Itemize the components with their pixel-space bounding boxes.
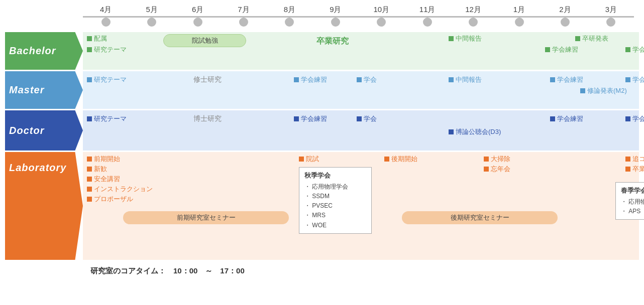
orange-icon (484, 167, 489, 172)
orange-icon (87, 167, 92, 172)
lab-item-osoji: 大掃除 (484, 155, 510, 164)
blue-icon (550, 77, 555, 82)
month-item: 2月 (542, 5, 588, 27)
master-item-chuukan: 中間報告 (449, 75, 482, 84)
bachelor-item-kenkyu: 研究テーマ (87, 45, 127, 54)
master-item-shushi: 修士研究 (193, 75, 222, 84)
master-item-kenkyu: 研究テーマ (87, 75, 127, 84)
dark-blue-icon (357, 116, 362, 121)
blue-icon (625, 77, 630, 82)
doctor-label: Doctor (5, 110, 83, 150)
dark-blue-icon (625, 116, 630, 121)
lab-item-koki: 後期開始 (384, 155, 417, 164)
dark-blue-icon (87, 116, 92, 121)
footer-text: 研究室のコアタイム： 10：00 ～ 17：00 (90, 266, 245, 275)
green-icon (625, 47, 630, 52)
dark-blue-icon (294, 116, 299, 121)
lab-content: 前期開始 新歓 安全講習 インストラクション プロポーザル (83, 152, 639, 260)
month-dot (147, 18, 156, 27)
doctor-item-kenkyu: 研究テーマ (87, 114, 127, 123)
month-item: 9月 (312, 5, 358, 27)
month-item: 3月 (588, 5, 634, 27)
green-icon (575, 36, 580, 41)
spring-conf-title: 春季学会 (621, 186, 644, 196)
month-item: 12月 (450, 5, 496, 27)
month-dot (515, 18, 524, 27)
lab-item-anzen: 安全講習 (87, 175, 120, 184)
bachelor-item-chuukan: 中間報告 (449, 34, 482, 43)
orange-icon (484, 157, 489, 162)
month-item: 8月 (267, 5, 312, 27)
month-dot (193, 18, 202, 27)
dark-blue-icon (449, 129, 454, 134)
lab-item-oikon: 追コン (625, 155, 644, 164)
doctor-item-gakkai2: 学会 (625, 114, 644, 123)
month-label: 4月 (100, 5, 112, 15)
bachelor-content: 配属 研究テーマ 院試勉強 卒業研究 中間報告 卒研発表 (83, 32, 639, 70)
month-label: 7月 (238, 5, 249, 15)
blue-icon (357, 77, 362, 82)
dark-blue-icon (550, 116, 555, 121)
lab-conf-autumn: 秋季学会 ・ 応用物理学会 ・ SSDM ・ PVSEC ・ MRS ・ WOE (299, 167, 372, 234)
master-row: Master 研究テーマ 修士研究 学会練習 学会 (5, 71, 639, 109)
month-dot (469, 18, 478, 27)
bachelor-label: Bachelor (5, 32, 83, 70)
month-markers: 4月5月6月7月8月9月10月11月12月1月2月3月 (83, 5, 634, 27)
lab-row: Laboratory 前期開始 新歓 安全講習 インストラクション (5, 152, 639, 260)
master-label: Master (5, 71, 83, 109)
doctor-item-gakkairen2: 学会練習 (550, 114, 583, 123)
bachelor-item-gakkai: 学会 (625, 45, 644, 54)
month-label: 9月 (330, 5, 341, 15)
green-icon (87, 36, 92, 41)
lab-item-sotsugyo: 卒業式 (625, 165, 644, 174)
lab-item-bounenkai: 忘年会 (484, 165, 510, 174)
bachelor-item-haizoku: 配属 (87, 34, 107, 43)
month-label: 8月 (284, 5, 295, 15)
month-item: 7月 (221, 5, 266, 27)
autumn-conf-item: ・ WOE (304, 221, 366, 230)
orange-icon (384, 157, 389, 162)
blue-icon (580, 88, 585, 93)
lab-conf-spring: 春季学会 ・ 応用物理学会 ・ APS (615, 182, 644, 220)
month-item: 10月 (359, 5, 404, 27)
lab-item-proposal: プロポーザル (87, 195, 133, 204)
doctor-item-hakuron: 博論公聴会(D3) (449, 127, 501, 136)
blue-icon (294, 77, 299, 82)
master-item-gakkai2: 学会 (625, 75, 644, 84)
autumn-conf-item: ・ PVSEC (304, 201, 366, 211)
month-label: 10月 (373, 5, 389, 15)
orange-icon (87, 157, 92, 162)
autumn-conf-item: ・ SSDM (304, 192, 366, 201)
spring-conf-item: ・ 応用物理学会 (621, 197, 644, 207)
master-item-gakkairen2: 学会練習 (550, 75, 583, 84)
month-label: 11月 (419, 5, 436, 15)
lab-label: Laboratory (5, 152, 83, 260)
orange-icon (299, 157, 304, 162)
month-dot (377, 18, 386, 27)
bachelor-banner-inshi: 院試勉強 (163, 34, 246, 47)
main-container: 4月5月6月7月8月9月10月11月12月1月2月3月 Bachelor 配属 … (0, 0, 644, 278)
month-dot (606, 18, 615, 27)
master-content: 研究テーマ 修士研究 学会練習 学会 中間報告 (83, 71, 639, 109)
orange-icon (625, 167, 630, 172)
month-item: 4月 (83, 5, 129, 27)
autumn-conf-item: ・ 応用物理学会 (304, 182, 366, 192)
lab-banner-koki-seminar: 後期研究室セミナー (402, 211, 558, 224)
lab-banner-zenki-seminar: 前期研究室セミナー (123, 211, 289, 224)
bachelor-row: Bachelor 配属 研究テーマ 院試勉強 卒業研究 中間報告 (5, 32, 639, 70)
green-icon (545, 47, 550, 52)
month-label: 5月 (146, 5, 157, 15)
doctor-item-gakkairen: 学会練習 (294, 114, 327, 123)
bachelor-item-sotsuhatsu: 卒研発表 (575, 34, 608, 43)
doctor-item-hakushi: 博士研究 (193, 114, 222, 123)
master-item-gakkairen: 学会練習 (294, 75, 327, 84)
orange-icon (87, 187, 92, 192)
green-icon (449, 36, 454, 41)
orange-icon (625, 157, 630, 162)
master-item-gakkai1: 学会 (357, 75, 377, 84)
lab-item-inshi: 院試 (299, 155, 319, 164)
green-icon (87, 47, 92, 52)
month-label: 12月 (465, 5, 481, 15)
doctor-item-gakkai1: 学会 (357, 114, 377, 123)
lab-item-instruction: インストラクション (87, 185, 153, 194)
